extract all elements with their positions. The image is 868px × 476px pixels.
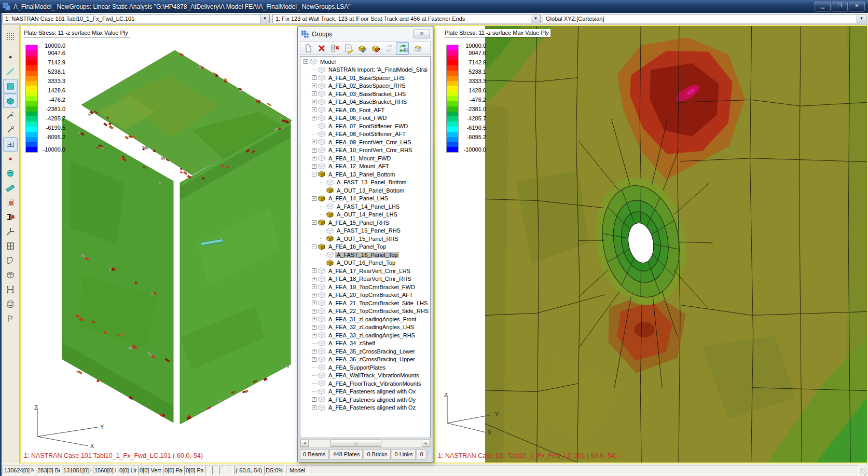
tree-item[interactable]: A_FAST_16_Panel_Top — [301, 251, 430, 259]
tree-item[interactable]: −A_FEA_16_Panel_Top — [301, 243, 430, 251]
tree-item[interactable]: +A_FEA_36_zCrossBracing_Upper — [301, 356, 430, 364]
ibeam-icon[interactable] — [3, 210, 18, 224]
delete-group-icon[interactable] — [315, 42, 328, 55]
auto-refresh-icon[interactable] — [396, 42, 409, 55]
groups-tree[interactable]: −ModelNASTRAN Import: 'A_FinalModel_Stra… — [300, 56, 431, 438]
tree-item[interactable]: +A_FEA_21_TopCrnrBracket_Side_LHS — [301, 299, 430, 307]
tree-item[interactable]: A_FEA_FloorTrack_VibrationMounts — [301, 379, 430, 388]
tree-item[interactable]: A_FEA_SupportPlates — [301, 363, 430, 372]
frame-icon[interactable] — [3, 282, 18, 297]
collapse-icon[interactable]: − — [312, 196, 316, 201]
groups-window[interactable]: Groups ✕ −ModelNASTRAN Import: 'A_FinalM… — [297, 26, 433, 463]
collapse-icon[interactable]: − — [312, 220, 316, 225]
tree-item[interactable]: +A_FEA_17_RearVert_Crnr_LHS — [301, 267, 430, 275]
tree-item[interactable]: +A_FEA_33_zLoadingAngles_RHS — [301, 331, 430, 339]
expand-icon[interactable]: + — [312, 397, 316, 402]
box-mesh-icon[interactable] — [3, 268, 18, 282]
expand-icon[interactable]: + — [312, 91, 316, 96]
chevron-down-icon[interactable]: ▼ — [260, 15, 269, 23]
brick-icon[interactable] — [3, 93, 18, 108]
tree-item[interactable]: A_OUT_13_Panel_Bottom — [301, 186, 430, 195]
expand-icon[interactable]: + — [312, 277, 316, 281]
expand-icon[interactable]: + — [312, 293, 316, 297]
expand-icon[interactable]: + — [312, 349, 316, 353]
expand-icon[interactable]: + — [312, 325, 316, 330]
tree-item[interactable]: A_FAST_15_Panel_RHS — [301, 227, 430, 235]
link-icon[interactable] — [3, 108, 18, 123]
expand-icon[interactable]: + — [312, 116, 316, 120]
plate-icon[interactable] — [3, 79, 18, 93]
resize-grip[interactable] — [428, 454, 431, 460]
cylinder-icon[interactable] — [3, 166, 18, 181]
window-grid-icon[interactable] — [3, 239, 18, 253]
tree-item[interactable]: A_OUT_15_Panel_RHS — [301, 235, 430, 243]
patch-icon[interactable] — [3, 181, 18, 195]
tree-item[interactable]: +A_FEA_19_TopCrnrBracket_FWD — [301, 283, 430, 291]
close-icon[interactable]: ✕ — [414, 30, 430, 38]
load-case-dropdown[interactable]: 1: NASTRAN Case 101 Tabl10_1_Fx_Fwd_LC.1… — [2, 14, 270, 23]
expand-icon[interactable]: + — [312, 75, 316, 80]
expand-icon[interactable]: + — [312, 164, 316, 169]
scroll-left-icon[interactable]: ◄ — [300, 440, 309, 447]
tree-item[interactable]: +A_FEA_32_zLoadingAngles_LHS — [301, 323, 430, 332]
face-icon[interactable] — [3, 137, 18, 152]
tree-item[interactable]: A_FEA_Fasteners aligned with Ox — [301, 388, 430, 396]
close-button[interactable]: ✕ — [849, 2, 865, 11]
tree-item[interactable]: A_FEA_07_FootStiffener_FWD — [301, 122, 430, 130]
remove-from-group-icon[interactable] — [369, 42, 382, 55]
expand-icon[interactable]: + — [312, 301, 316, 305]
expand-icon[interactable]: + — [312, 309, 316, 314]
expand-icon[interactable]: + — [312, 357, 316, 362]
tree-item[interactable]: +A_FEA_11_Mount_FWD — [301, 154, 430, 162]
tree-item[interactable]: +A_FEA_04_BaseBracket_RHS — [301, 98, 430, 106]
horizontal-scrollbar[interactable]: ◄ ||| ► — [300, 439, 431, 447]
resize-grip[interactable] — [860, 468, 867, 475]
select-nodes-icon[interactable] — [3, 29, 18, 44]
collapse-icon[interactable]: − — [312, 172, 316, 176]
tree-item[interactable]: +A_FEA_Fasteners aligned with Oz — [301, 404, 430, 412]
expand-icon[interactable]: + — [312, 148, 316, 153]
tree-item[interactable]: +A_FEA_31_zLoadingAngles_Front — [301, 315, 430, 323]
expand-icon[interactable]: + — [312, 100, 316, 104]
tree-item[interactable]: +A_FEA_03_BaseBracket_LHS — [301, 90, 430, 98]
expand-icon[interactable]: + — [312, 84, 316, 88]
groups-window-titlebar[interactable]: Groups ✕ — [298, 26, 433, 40]
tree-item[interactable]: −A_FEA_13_Panel_Bottom — [301, 170, 430, 179]
scroll-right-icon[interactable]: ► — [422, 440, 430, 447]
tree-item[interactable]: A_FAST_13_Panel_Bottom — [301, 179, 430, 187]
tree-item[interactable]: A_FAST_14_Panel_LHS — [301, 202, 430, 211]
chevron-down-icon[interactable]: ▼ — [857, 15, 866, 23]
collapse-icon[interactable]: − — [312, 244, 316, 249]
tree-item[interactable]: A_OUT_16_Panel_Top — [301, 259, 430, 267]
node-icon[interactable] — [3, 50, 18, 64]
new-group-icon[interactable] — [301, 42, 314, 55]
tree-item[interactable]: +A_FEA_05_Foot_AFT — [301, 106, 430, 114]
expand-icon[interactable]: + — [312, 405, 316, 410]
chevron-down-icon[interactable]: ▼ — [531, 15, 540, 23]
tree-item[interactable]: −A_FEA_14_Panel_LHS — [301, 195, 430, 203]
select-plates-icon[interactable] — [3, 195, 18, 210]
add-to-group-icon[interactable] — [355, 42, 368, 55]
pipe-axes-icon[interactable] — [3, 224, 18, 239]
detail-viewport[interactable]: Plate Stress: 11 -z surface Max Value Pl… — [434, 25, 868, 464]
coordinate-system-dropdown[interactable]: Global XYZ:[Cartesian] ▼ — [543, 14, 866, 23]
expand-icon[interactable]: + — [312, 140, 316, 144]
expand-icon[interactable]: + — [312, 107, 316, 112]
beam-icon[interactable] — [3, 64, 18, 79]
expand-icon[interactable]: + — [312, 333, 316, 337]
group-display-icon[interactable] — [411, 42, 424, 55]
tree-item[interactable]: +A_FEA_18_RearVert_Crnr_RHS — [301, 275, 430, 283]
tree-item[interactable]: +A_FEA_Fasteners aligned with Oy — [301, 396, 430, 404]
tree-item[interactable]: −A_FEA_15_Panel_RHS — [301, 219, 430, 227]
freedom-case-dropdown[interactable]: 1: Fix 123 at Wall Track, 123 at fFoor S… — [272, 14, 541, 23]
tree-item[interactable]: A_FEA_08_FootStiffener_AFT — [301, 130, 430, 139]
tree-item[interactable]: +A_FEA_01_BaseSpacer_LHS — [301, 74, 430, 82]
tree-item[interactable]: +A_FEA_20_TopCrnrBracket_AFT — [301, 291, 430, 300]
flag-icon[interactable] — [3, 311, 18, 326]
expand-icon[interactable]: + — [312, 268, 316, 273]
expand-icon[interactable]: + — [312, 156, 316, 160]
maximize-button[interactable]: ❐ — [832, 2, 848, 11]
tree-item[interactable]: +A_FEA_10_FrontVert_Crnr_RHS — [301, 146, 430, 155]
tree-item[interactable]: A_OUT_14_Panel_LHS — [301, 211, 430, 219]
tree-item[interactable]: +A_FEA_12_Mount_AFT — [301, 162, 430, 171]
